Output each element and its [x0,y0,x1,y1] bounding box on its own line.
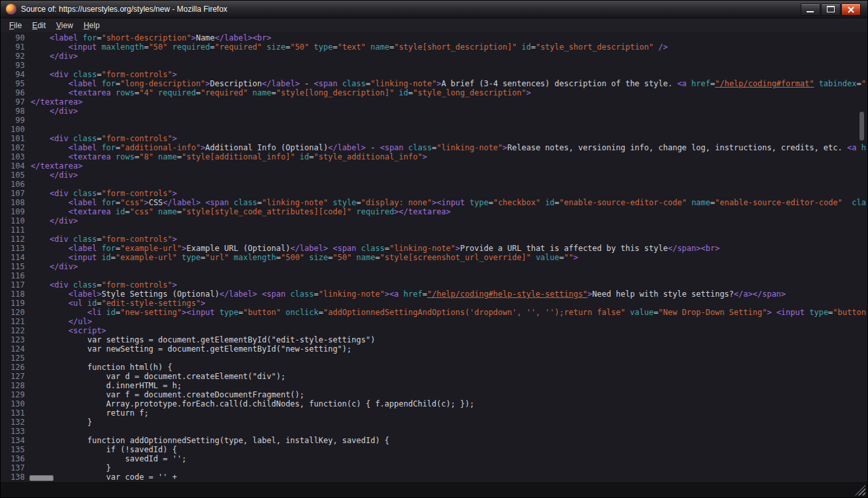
source-line: 114 <input id="example-url" type="url" m… [1,253,867,262]
code-segment: class [229,198,257,207]
resize-grip[interactable] [855,485,865,495]
code-text: <label for="example-url">Example URL (Op… [25,244,720,253]
code-segment: "display: none" [361,198,432,207]
line-number: 117 [1,280,25,290]
code-segment: style [328,198,356,207]
code-segment: id [295,152,310,161]
code-segment: </label> [328,143,366,152]
code-segment: name [248,88,271,97]
menu-file[interactable]: File [5,20,26,31]
code-segment: <label [50,33,78,42]
code-segment: = [332,42,337,52]
title-bar[interactable]: Source of: https://userstyles.org/styles… [1,1,867,18]
code-segment: "checkbox" [493,198,540,207]
code-segment: "" [564,253,573,262]
line-number: 108 [1,198,25,207]
code-segment: <ul [69,299,83,308]
source-line: 99 [1,116,867,125]
code-segment: "css" [120,198,144,207]
firefox-view-source-window: Source of: https://userstyles.org/styles… [0,0,868,498]
source-line: 108 <label for="css">CSS</label> <span c… [1,198,867,207]
code-segment: Name [196,33,215,42]
code-segment: for [97,198,116,207]
minimize-button[interactable] [801,3,820,16]
code-segment: = [559,253,564,262]
code-text: <div class="form-controls"> [25,235,177,244]
menu-view[interactable]: View [52,20,78,31]
code-segment: class [852,198,867,207]
code-text [25,125,31,134]
code-segment: <br> [701,244,720,253]
code-segment: "edit-style-settings" [101,299,201,308]
source-line: 134 function addOptionnedSetting(type, l… [1,436,867,445]
code-segment: > [503,143,507,152]
code-text: </div> [25,52,78,61]
code-segment: id [111,207,125,216]
code-segment: <div [50,280,69,290]
code-segment: class [285,290,313,299]
line-number: 111 [1,225,25,235]
source-line: 112 <div class="form-controls"> [1,235,867,244]
menu-help[interactable]: Help [79,20,104,31]
code-segment: <label [69,79,97,88]
source-line: 103 <textarea rows="8" name="style[addit… [1,152,867,161]
code-segment: onclick [281,308,319,317]
source-line: 122 <script> [1,326,867,335]
code-segment: <input [69,42,97,52]
code-segment: return f; [106,408,149,418]
maximize-icon [827,6,835,12]
line-number: 100 [1,125,25,134]
line-number: 106 [1,180,25,189]
code-segment: name [153,207,177,216]
line-number: 96 [1,88,25,97]
maximize-button[interactable] [821,3,841,16]
source-line: 124 var newSetting = document.getElement… [1,344,867,354]
source-line: 105 </div> [1,171,867,180]
line-number: 91 [1,42,25,52]
code-text: <div class="form-controls"> [25,134,177,143]
code-segment: id [394,88,408,97]
code-segment: - [300,79,314,88]
code-text: Array.prototype.forEach.call(d.childNode… [25,399,474,408]
code-segment: required [153,88,196,97]
code-segment: = [309,152,313,161]
line-number: 102 [1,143,25,152]
code-segment: savedId = ''; [125,454,187,463]
code-segment: "style_additional_info" [314,152,423,161]
code-text: </div> [25,171,78,180]
vertical-scrollbar-thumb[interactable] [860,112,864,141]
line-number: 110 [1,216,25,225]
code-segment: </textarea> [31,161,82,171]
source-line: 113 <label for="example-url">Example URL… [1,244,867,253]
code-text: </div> [25,216,78,225]
code-segment: </a> [734,290,753,299]
horizontal-scrollbar-thumb[interactable] [29,475,54,481]
code-segment: href [399,290,423,299]
source-link[interactable]: "/help/coding#format" [715,79,814,88]
close-button[interactable] [841,3,861,16]
code-segment: <label [69,143,97,152]
code-text [25,225,31,235]
source-link[interactable]: "/help/coding#help-style-settings" [427,290,588,299]
code-segment: </ul> [69,317,92,326]
source-line: 126 function html(h) { [1,363,867,372]
code-segment: "url" [205,253,229,262]
menu-edit[interactable]: Edit [27,20,50,31]
code-text: var d = document.createElement("div"); [25,372,285,381]
code-text: <div class="form-controls"> [25,70,177,79]
code-text: <label for="additional-info">Additional … [25,143,867,152]
code-segment: } [106,463,111,473]
code-segment: <input [777,308,805,317]
line-number: 124 [1,344,25,354]
code-text: var f = document.createDocumentFragment(… [25,390,304,399]
code-segment: "50" [290,42,309,52]
source-line: 115 </div> [1,262,867,271]
code-segment: "linking-note" [389,244,455,253]
source-line: 95 <label for="long-description">Descrip… [1,79,867,88]
code-segment: "style_short_description" [536,42,654,52]
source-line: 93 [1,61,867,70]
code-segment: "New Drop-Down Setting" [658,308,767,317]
code-segment: for [97,79,116,88]
line-number: 137 [1,463,25,473]
code-segment: <textarea [69,152,111,161]
